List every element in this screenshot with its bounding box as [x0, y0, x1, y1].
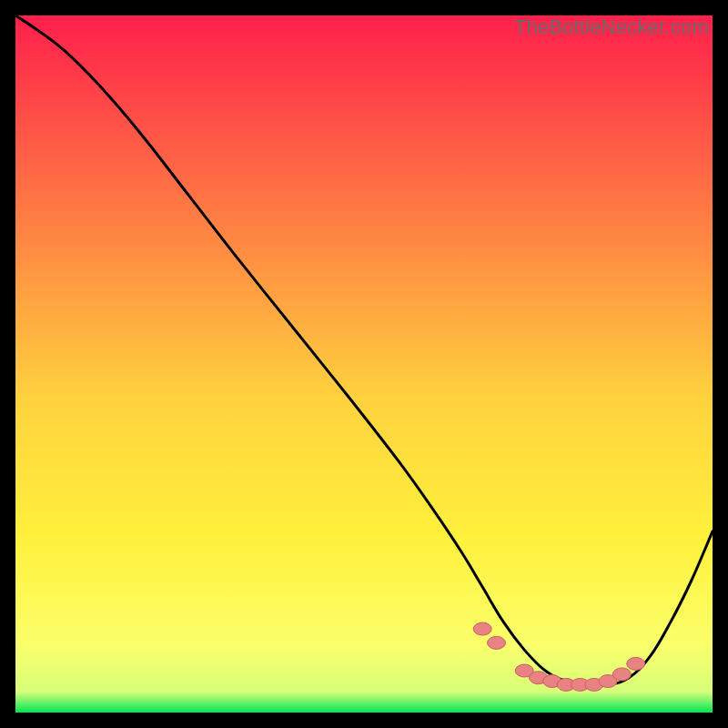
data-dot — [488, 636, 506, 649]
data-dot — [612, 668, 631, 681]
chart-frame: TheBottleNecker.com — [15, 15, 713, 713]
bottleneck-chart — [15, 15, 713, 713]
watermark-text: TheBottleNecker.com — [514, 15, 709, 39]
gradient-background — [15, 15, 713, 713]
data-dot — [627, 657, 645, 670]
data-dot — [473, 622, 491, 635]
